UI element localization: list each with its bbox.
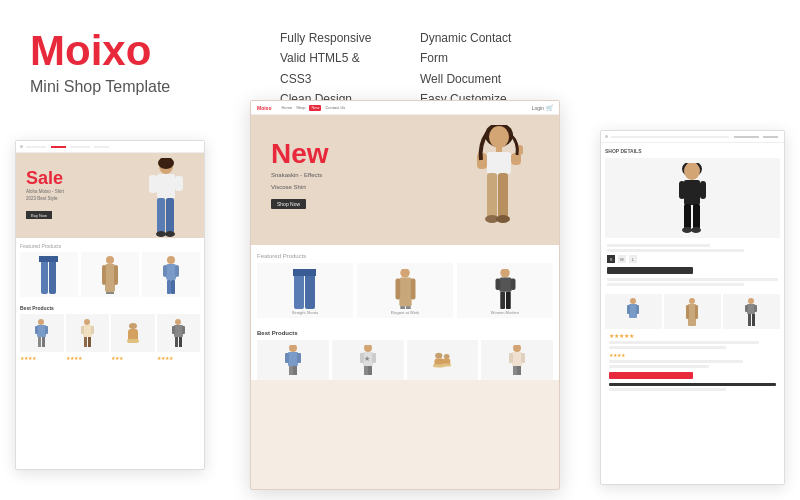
size-m[interactable]: M bbox=[618, 255, 626, 263]
right-thumb-3 bbox=[723, 294, 780, 329]
left-best-label: Best Products bbox=[20, 305, 200, 311]
left-hero-sale-tag: Sale bbox=[26, 168, 64, 189]
svg-rect-3 bbox=[149, 175, 157, 193]
svg-point-39 bbox=[175, 319, 181, 325]
size-l[interactable]: L bbox=[629, 255, 637, 263]
svg-rect-66 bbox=[499, 278, 511, 292]
center-hero: New Snakaskin - Effects Viscose Shirt Sh… bbox=[251, 115, 559, 245]
left-product-card-3 bbox=[142, 252, 200, 297]
svg-rect-92 bbox=[509, 353, 513, 363]
svg-rect-53 bbox=[498, 173, 508, 218]
left-mockup: Sale Aloha Moixo - Shirt 2023 Best Style… bbox=[15, 140, 205, 470]
size-options: S M L bbox=[607, 255, 778, 263]
svg-rect-115 bbox=[745, 305, 748, 312]
svg-rect-19 bbox=[166, 264, 176, 280]
right-add-to-cart-btn[interactable] bbox=[607, 267, 693, 274]
nav-tag-new: New bbox=[309, 105, 321, 111]
review-line-1 bbox=[609, 341, 759, 344]
center-best-header: Best Products bbox=[257, 330, 553, 336]
right-reviews-section: ★★★★★ ★★★★ bbox=[605, 329, 780, 396]
size-s[interactable]: S bbox=[607, 255, 615, 263]
svg-point-90 bbox=[513, 345, 521, 352]
svg-rect-6 bbox=[166, 198, 174, 233]
center-mockup-navbar: Moixo Home Shop New Contact Us Login 🛒 bbox=[251, 101, 559, 115]
left-hero-button[interactable]: Buy Now bbox=[26, 211, 52, 219]
svg-point-104 bbox=[691, 227, 701, 233]
svg-rect-52 bbox=[487, 173, 497, 218]
center-best-grid: ★ bbox=[257, 340, 553, 380]
nav-link-home: Home bbox=[281, 105, 292, 111]
svg-rect-118 bbox=[752, 314, 755, 326]
review-button[interactable] bbox=[609, 372, 693, 379]
brand-name: Moixo bbox=[30, 30, 230, 72]
svg-point-36 bbox=[129, 323, 137, 329]
center-hero-figure bbox=[469, 125, 529, 245]
svg-point-59 bbox=[400, 269, 410, 278]
svg-point-84 bbox=[436, 353, 443, 359]
review-stars-1: ★★★★★ bbox=[609, 332, 776, 339]
svg-point-8 bbox=[165, 231, 175, 237]
left-mockup-navbar bbox=[16, 141, 204, 153]
svg-rect-117 bbox=[748, 314, 751, 326]
center-product-label-3: Women Modern bbox=[491, 310, 519, 315]
svg-rect-34 bbox=[84, 337, 87, 347]
left-hero-section: Sale Aloha Moixo - Shirt 2023 Best Style… bbox=[16, 153, 204, 238]
best-card-2: ★ bbox=[332, 340, 404, 380]
svg-rect-64 bbox=[405, 306, 410, 309]
center-product-img-2 bbox=[357, 268, 453, 310]
svg-rect-70 bbox=[505, 292, 510, 309]
review-line-3 bbox=[609, 360, 743, 363]
feature-html5: Valid HTML5 & CSS3 bbox=[280, 48, 390, 89]
svg-point-30 bbox=[84, 319, 90, 325]
svg-point-113 bbox=[748, 298, 754, 304]
svg-rect-48 bbox=[487, 152, 511, 174]
left-best-card-2 bbox=[66, 314, 110, 352]
svg-rect-74 bbox=[297, 353, 301, 363]
center-product-img-3 bbox=[457, 268, 553, 310]
center-best-section: Best Products ★ bbox=[251, 326, 559, 380]
nav-link-contact: Contact Us bbox=[325, 105, 345, 111]
right-main-product-image bbox=[605, 158, 780, 238]
svg-point-18 bbox=[167, 256, 175, 264]
svg-point-97 bbox=[684, 163, 700, 180]
svg-rect-27 bbox=[45, 326, 48, 334]
center-featured-label: Featured Products bbox=[257, 253, 553, 259]
left-product-grid bbox=[20, 252, 200, 297]
svg-rect-35 bbox=[88, 337, 91, 347]
svg-rect-81 bbox=[372, 353, 376, 363]
review-line-5 bbox=[609, 388, 726, 391]
svg-rect-42 bbox=[182, 326, 185, 334]
left-product-card-1 bbox=[20, 252, 78, 297]
svg-point-46 bbox=[489, 126, 509, 148]
svg-point-65 bbox=[500, 269, 510, 278]
center-hero-text: New Snakaskin - Effects Viscose Shirt Sh… bbox=[271, 140, 329, 210]
svg-point-24 bbox=[38, 319, 44, 325]
svg-rect-110 bbox=[688, 304, 696, 326]
svg-rect-114 bbox=[747, 304, 755, 314]
right-thumbnail-grid bbox=[605, 294, 780, 329]
info-line-1 bbox=[607, 244, 710, 247]
right-thumb-1 bbox=[605, 294, 662, 329]
svg-rect-40 bbox=[174, 325, 183, 337]
svg-rect-32 bbox=[81, 326, 84, 334]
svg-rect-112 bbox=[695, 305, 698, 319]
center-nav-links: Home Shop New Contact Us bbox=[281, 105, 345, 111]
hero-line1: Snakaskin - Effects bbox=[271, 171, 329, 180]
left-hero-figure bbox=[144, 158, 189, 238]
svg-point-77 bbox=[364, 345, 372, 352]
center-product-card-1: Straight Shorts bbox=[257, 263, 353, 318]
svg-rect-5 bbox=[157, 198, 165, 233]
svg-rect-107 bbox=[627, 305, 630, 314]
svg-rect-61 bbox=[395, 279, 400, 300]
svg-rect-73 bbox=[285, 353, 289, 363]
svg-rect-69 bbox=[500, 292, 505, 309]
svg-rect-94 bbox=[513, 366, 517, 375]
right-thumb-2 bbox=[664, 294, 721, 329]
left-best-card-3 bbox=[111, 314, 155, 352]
svg-rect-41 bbox=[172, 326, 175, 334]
hero-shop-button[interactable]: Shop Now bbox=[271, 199, 306, 209]
review-dark-line bbox=[609, 383, 776, 386]
svg-rect-102 bbox=[693, 204, 700, 229]
review-line-2 bbox=[609, 346, 726, 349]
svg-rect-2 bbox=[157, 174, 175, 199]
